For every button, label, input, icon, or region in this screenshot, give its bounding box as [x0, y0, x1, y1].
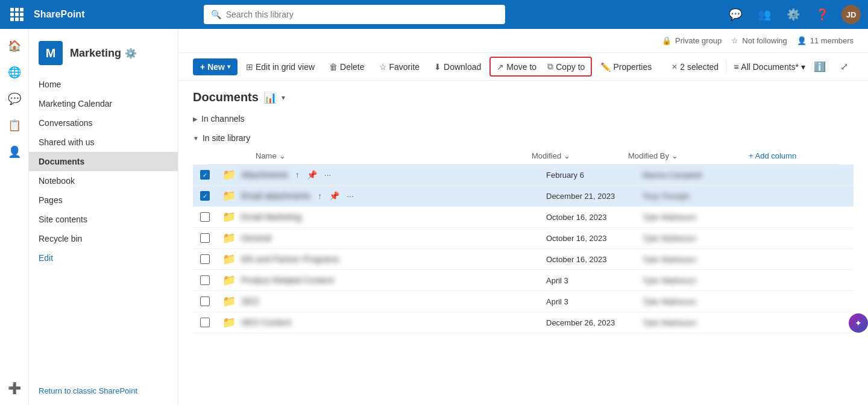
move-to-button[interactable]: ↗ Move to — [492, 60, 541, 74]
site-header: M Marketing ⚙️ — [29, 34, 178, 75]
sidebar-item-shared-label: Shared with us — [39, 137, 95, 147]
copilot-icon: ✦ — [855, 318, 862, 328]
sidebar-item-documents[interactable]: Documents — [29, 152, 178, 171]
avatar[interactable]: JD — [841, 5, 861, 24]
download-button[interactable]: ⬇ Download — [428, 58, 487, 75]
file-row-7[interactable]: 📁 SEO Content December 26, 2023 Tyler Ma… — [193, 312, 854, 333]
properties-label: Properties — [613, 62, 652, 72]
deselect-icon[interactable]: ✕ — [671, 63, 678, 71]
sidebar-item-recycle-bin[interactable]: Recycle bin — [29, 229, 178, 248]
move-icon: ↗ — [497, 62, 504, 72]
file-row-5[interactable]: 📁 Product Related Content April 3 Tyler … — [193, 270, 854, 291]
share-btn-1[interactable]: ↑ — [315, 190, 324, 202]
file-type-0: 📁 — [217, 168, 241, 181]
site-library-chevron-icon: ▼ — [193, 135, 199, 142]
edit-grid-button[interactable]: ⊞ Edit in grid view — [240, 58, 321, 75]
settings-icon[interactable]: ⚙️ — [784, 5, 803, 24]
file-checkbox-6[interactable] — [193, 297, 217, 306]
chat-icon[interactable]: 💬 — [726, 5, 745, 24]
more-btn-0[interactable]: ··· — [322, 169, 334, 181]
person-icon-nav[interactable]: 👤 — [2, 140, 27, 164]
copy-to-button[interactable]: ⧉ Copy to — [542, 59, 590, 74]
share-btn-0[interactable]: ↑ — [293, 169, 302, 181]
file-name-1: Email attachments — [241, 191, 310, 201]
file-modified-1: December 21, 2023 — [546, 192, 643, 201]
favorite-button[interactable]: ☆ Favorite — [373, 58, 426, 75]
sidebar-item-shared[interactable]: Shared with us — [29, 133, 178, 152]
delete-button[interactable]: 🗑 Delete — [323, 58, 370, 75]
waffle-menu[interactable] — [7, 5, 27, 24]
info-button[interactable]: ℹ️ — [810, 57, 829, 77]
add-column-button[interactable]: + Add column — [749, 151, 839, 160]
file-name-cell-6: SEO — [241, 297, 546, 306]
copilot-button[interactable]: ✦ — [849, 313, 868, 333]
name-column-header[interactable]: Name ⌄ — [256, 151, 532, 160]
search-input[interactable] — [226, 10, 498, 19]
sidebar-item-marketing-calendar[interactable]: Marketing Calendar — [29, 94, 178, 113]
home-icon-nav[interactable]: 🏠 — [2, 34, 27, 58]
search-icon: 🔍 — [211, 10, 221, 19]
file-modified-by-3: Tyler Matheson — [643, 234, 763, 243]
properties-button[interactable]: ✏️ Properties — [594, 58, 658, 75]
follow-status[interactable]: ☆ Not following — [731, 36, 787, 45]
file-name-cell-4: MS and Partner Programs — [241, 254, 546, 264]
chat-icon-nav[interactable]: 💬 — [2, 87, 27, 111]
file-checkbox-4[interactable] — [193, 254, 217, 264]
group-header: 🔒 Private group ☆ Not following 👤 11 mem… — [178, 29, 868, 53]
sidebar-item-site-contents[interactable]: Site contents — [29, 210, 178, 229]
file-checkbox-2[interactable] — [193, 212, 217, 222]
globe-icon-nav[interactable]: 🌐 — [2, 60, 27, 84]
sidebar-item-notebook[interactable]: Notebook — [29, 171, 178, 190]
site-settings-icon[interactable]: ⚙️ — [125, 48, 137, 59]
pin-btn-0[interactable]: 📌 — [304, 169, 319, 181]
file-checkbox-0[interactable]: ✓ — [193, 170, 217, 180]
sidebar-item-marketing-calendar-label: Marketing Calendar — [39, 99, 112, 108]
more-btn-1[interactable]: ··· — [344, 190, 356, 202]
sidebar-item-conversations-label: Conversations — [39, 118, 93, 128]
members-count-label: 11 members — [810, 36, 854, 45]
pencil-icon: ✏️ — [600, 62, 611, 72]
file-checkbox-1[interactable]: ✓ — [193, 191, 217, 201]
add-column-label: + Add column — [749, 151, 796, 160]
file-name-4: MS and Partner Programs — [241, 254, 339, 264]
file-row-1[interactable]: ✓ 📁 Email attachments ↑ 📌 ··· — [193, 186, 854, 207]
file-checkbox-7[interactable] — [193, 318, 217, 327]
file-modified-7: December 26, 2023 — [546, 318, 643, 327]
sidebar: M Marketing ⚙️ Home Marketing Calendar C… — [29, 29, 178, 405]
sidebar-item-site-contents-label: Site contents — [39, 215, 87, 224]
modified-column-header[interactable]: Modified ⌄ — [532, 151, 628, 160]
return-classic-link[interactable]: Return to classic SharePoint — [29, 381, 178, 400]
file-row-2[interactable]: 📁 Email Marketing October 16, 2023 Tyler… — [193, 207, 854, 228]
help-icon[interactable]: ❓ — [813, 5, 832, 24]
sidebar-item-pages[interactable]: Pages — [29, 190, 178, 210]
file-row-0[interactable]: ✓ 📁 Attachments ↑ 📌 ··· Febr — [193, 165, 854, 186]
file-modified-0: February 6 — [546, 171, 643, 180]
in-channels-section[interactable]: ▶ In channels — [178, 109, 868, 128]
view-selector[interactable]: ≡ All Documents* ▾ — [734, 62, 805, 72]
search-bar[interactable]: 🔍 — [204, 5, 505, 24]
docs-chevron-icon[interactable]: ▾ — [281, 93, 285, 102]
file-checkbox-5[interactable] — [193, 275, 217, 285]
file-checkbox-3[interactable] — [193, 233, 217, 243]
sidebar-item-recycle-bin-label: Recycle bin — [39, 234, 82, 243]
in-site-library-section[interactable]: ▼ In site library — [178, 128, 868, 148]
sidebar-edit-link[interactable]: Edit — [29, 248, 178, 268]
star-icon: ☆ — [731, 36, 738, 45]
grid-icon: ⊞ — [246, 62, 253, 72]
members-count[interactable]: 👤 11 members — [797, 36, 854, 45]
notes-icon-nav[interactable]: 📋 — [2, 113, 27, 137]
file-row-6[interactable]: 📁 SEO April 3 Tyler Matheson — [193, 291, 854, 312]
chart-icon[interactable]: 📊 — [263, 91, 277, 104]
sidebar-item-home[interactable]: Home — [29, 75, 178, 94]
people-icon[interactable]: 👥 — [755, 5, 774, 24]
expand-button[interactable]: ⤢ — [834, 57, 854, 77]
file-row-4[interactable]: 📁 MS and Partner Programs October 16, 20… — [193, 249, 854, 270]
add-icon-nav[interactable]: ➕ — [2, 376, 27, 400]
pin-btn-1[interactable]: 📌 — [327, 190, 342, 202]
file-row-3[interactable]: 📁 General October 16, 2023 Tyler Matheso… — [193, 228, 854, 249]
new-button[interactable]: + New ▾ — [193, 58, 237, 75]
check-icon-1: ✓ — [203, 193, 207, 199]
sidebar-item-conversations[interactable]: Conversations — [29, 113, 178, 133]
modified-by-column-header[interactable]: Modified By ⌄ — [628, 151, 749, 160]
in-channels-label: In channels — [201, 114, 245, 124]
